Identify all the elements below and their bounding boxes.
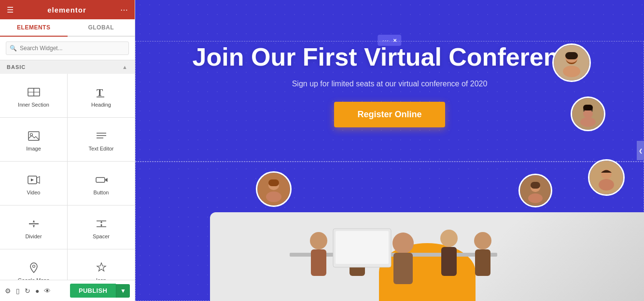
avatar-face-2 (572, 98, 604, 130)
widget-label-divider: Divider (25, 233, 42, 239)
avatar-svg-4 (520, 175, 551, 206)
settings-icon[interactable]: ⚙ (5, 287, 11, 295)
cursor-line (435, 106, 436, 120)
publish-button[interactable]: PUBLISH (70, 284, 116, 298)
widget-spacer[interactable]: Spacer (68, 205, 135, 249)
svg-point-29 (583, 109, 593, 118)
svg-marker-11 (31, 178, 34, 181)
avatar-4 (518, 174, 552, 207)
canvas: ··· × Join Our First Virtual Conference … (135, 0, 644, 301)
svg-rect-57 (475, 249, 490, 276)
hero-title: Join Our First Virtual Conference (172, 43, 607, 71)
avatar-face-3 (589, 161, 623, 194)
widget-label-spacer: Spacer (93, 233, 110, 239)
search-icon: 🔍 (10, 45, 17, 52)
people-svg (261, 214, 526, 301)
widget-label-video: Video (27, 190, 41, 195)
widget-divider[interactable]: Divider (0, 205, 67, 249)
svg-rect-12 (96, 178, 105, 182)
section-basic-label: BASIC ▲ (0, 60, 135, 74)
bottom-section (210, 212, 644, 301)
tab-global[interactable]: GLOBAL (68, 19, 135, 36)
search-input[interactable] (6, 41, 129, 55)
history-icon[interactable]: ↻ (25, 287, 30, 295)
star-icon (95, 261, 108, 274)
widget-label-button: Button (94, 190, 109, 195)
widget-label-heading: Heading (91, 102, 111, 108)
sidebar: ☰ elementor ⋯ ELEMENTS GLOBAL 🔍 BASIC ▲ … (0, 0, 135, 301)
svg-rect-26 (565, 52, 578, 59)
svg-text:T: T (97, 87, 103, 98)
avatar-2 (571, 96, 605, 131)
svg-rect-42 (268, 179, 279, 186)
bottom-tools: ⚙ ▯ ↻ ● 👁 (5, 287, 51, 295)
avatar-svg-5 (257, 173, 290, 205)
svg-point-6 (30, 134, 32, 136)
svg-rect-53 (393, 253, 413, 284)
widget-image[interactable]: Image (0, 118, 67, 161)
svg-point-24 (563, 66, 580, 77)
register-button[interactable]: Register Online (334, 102, 445, 127)
widget-heading[interactable]: T Heading (68, 74, 135, 117)
svg-point-37 (528, 193, 543, 203)
svg-rect-59 (336, 231, 389, 264)
preview-icon[interactable]: 👁 (44, 287, 51, 295)
bottom-toolbar: ⚙ ▯ ↻ ● 👁 PUBLISH ▼ (0, 280, 135, 301)
chevron-down-icon: ▲ (122, 64, 128, 70)
spacer-icon (95, 217, 108, 231)
text-editor-icon (95, 129, 108, 143)
topbar: ☰ elementor ⋯ (0, 0, 135, 19)
avatar-3 (588, 159, 625, 196)
tabs-bar: ELEMENTS GLOBAL (0, 19, 135, 37)
grid-icon[interactable]: ⋯ (120, 5, 128, 14)
widget-label-inner-section: Inner Section (18, 102, 49, 108)
widget-text-editor[interactable]: Text Editor (68, 118, 135, 161)
avatar-face-1 (554, 45, 589, 81)
avatar-face-4 (520, 175, 551, 206)
svg-rect-5 (28, 132, 39, 140)
menu-icon[interactable]: ☰ (7, 5, 14, 14)
svg-marker-15 (33, 225, 35, 228)
avatar-1 (552, 43, 591, 82)
image-icon (27, 129, 41, 143)
avatar-svg-1 (554, 45, 589, 81)
widget-grid: Inner Section T Heading Image (0, 74, 135, 280)
publish-dropdown-button[interactable]: ▼ (116, 284, 130, 298)
svg-point-34 (599, 179, 614, 191)
tab-elements[interactable]: ELEMENTS (0, 19, 68, 37)
search-box: 🔍 (0, 37, 135, 60)
widget-button[interactable]: Button (68, 162, 135, 205)
divider-icon (27, 217, 41, 231)
video-icon (27, 173, 41, 187)
widget-label-text-editor: Text Editor (89, 146, 114, 151)
svg-rect-55 (441, 247, 457, 276)
widget-inner-section[interactable]: Inner Section (0, 74, 67, 117)
svg-rect-31 (583, 105, 593, 110)
avatar-svg-2 (572, 98, 604, 130)
svg-rect-49 (311, 249, 326, 276)
responsive-icon[interactable]: ● (35, 287, 39, 295)
widget-video[interactable]: Video (0, 162, 67, 205)
svg-point-21 (32, 265, 35, 268)
avatar-face-5 (257, 173, 290, 205)
svg-point-52 (392, 233, 414, 254)
button-icon (95, 173, 108, 187)
svg-rect-38 (531, 182, 540, 189)
hero-subtitle: Sign up for limited seats at our virtual… (172, 80, 607, 88)
map-icon (27, 261, 41, 274)
widget-google-maps[interactable]: Google Maps (0, 249, 67, 280)
svg-point-54 (440, 230, 458, 247)
svg-point-41 (266, 192, 281, 202)
heading-icon: T (95, 85, 108, 99)
svg-point-56 (474, 232, 491, 249)
avatar-5 (256, 171, 292, 207)
svg-marker-14 (33, 220, 35, 222)
publish-group: PUBLISH ▼ (70, 284, 130, 298)
sidebar-collapse-button[interactable]: ❮ (637, 141, 644, 160)
bottom-inner (210, 212, 644, 301)
layers-icon[interactable]: ▯ (16, 287, 20, 295)
widget-icon[interactable]: Icon (68, 249, 135, 280)
hero-content: Join Our First Virtual Conference Sign u… (172, 43, 607, 127)
widget-label-image: Image (26, 146, 41, 151)
inner-section-icon (27, 85, 41, 99)
